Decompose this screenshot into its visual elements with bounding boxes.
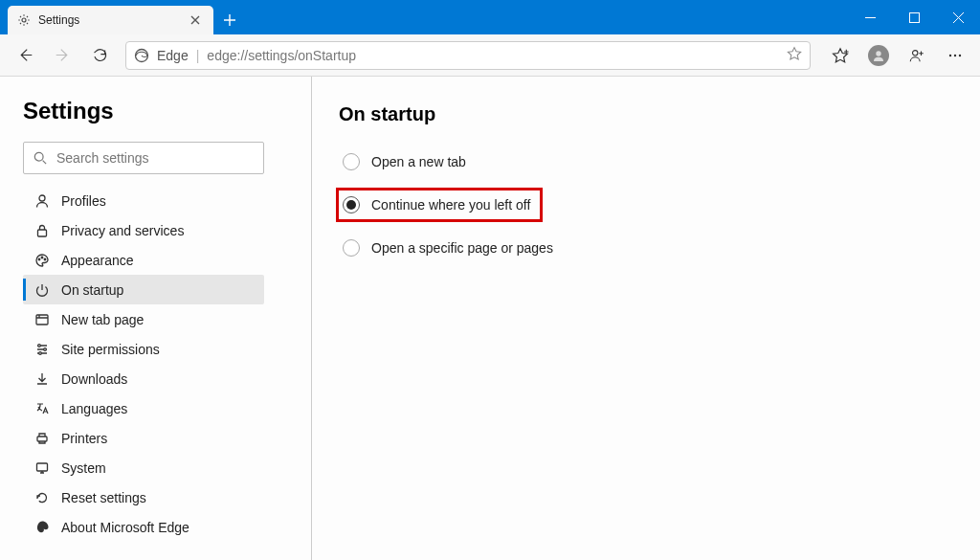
sidebar-item-label: Reset settings [61, 490, 146, 505]
svg-point-16 [44, 347, 47, 350]
sidebar-item-downloads[interactable]: Downloads [23, 364, 264, 393]
sidebar-item-label: On startup [61, 282, 123, 298]
language-icon [34, 401, 50, 416]
avatar-icon [868, 45, 889, 66]
sidebar-item-appearance[interactable]: Appearance [23, 245, 264, 275]
svg-rect-14 [36, 315, 48, 325]
tabstrip: Settings [0, 0, 244, 34]
sidebar-item-printers[interactable]: Printers [23, 423, 264, 453]
favorite-star-icon[interactable] [787, 46, 802, 64]
lock-icon [34, 223, 50, 238]
sidebar-item-label: Downloads [61, 371, 127, 387]
sidebar-item-reset[interactable]: Reset settings [23, 482, 264, 512]
browser-toolbar: Edge | edge://settings/onStartup [0, 34, 980, 77]
address-separator: | [196, 48, 200, 63]
address-bar[interactable]: Edge | edge://settings/onStartup [125, 41, 811, 70]
settings-menu: Profiles Privacy and services Appearance… [23, 186, 264, 542]
sidebar-item-label: New tab page [61, 312, 144, 327]
forward-button[interactable] [45, 38, 79, 73]
svg-point-11 [38, 258, 40, 260]
sidebar-item-profiles[interactable]: Profiles [23, 186, 264, 215]
tab-title: Settings [38, 13, 79, 27]
maximize-button[interactable] [892, 0, 936, 34]
titlebar: Settings [0, 0, 980, 34]
edge-icon [134, 48, 149, 63]
svg-point-9 [39, 195, 45, 201]
palette-icon [34, 253, 50, 268]
sidebar-item-site-permissions[interactable]: Site permissions [23, 334, 264, 364]
tab-close-button[interactable] [187, 11, 204, 29]
tab-icon [34, 312, 50, 327]
guest-button[interactable] [900, 38, 934, 73]
edge-solid-icon [34, 520, 50, 535]
sidebar-item-label: Privacy and services [61, 223, 184, 238]
sidebar-item-on-startup[interactable]: On startup [23, 275, 264, 304]
address-url: edge://settings/onStartup [207, 48, 787, 63]
svg-point-17 [39, 351, 42, 354]
svg-rect-10 [38, 230, 47, 236]
svg-point-5 [949, 54, 951, 56]
settings-sidebar: Settings Search settings Profiles Privac… [0, 77, 312, 560]
radio-specific-pages[interactable]: Open a specific page or pages [339, 233, 953, 263]
radio-icon [343, 239, 360, 257]
new-tab-button[interactable] [215, 6, 244, 34]
sidebar-item-new-tab[interactable]: New tab page [23, 304, 264, 334]
svg-point-6 [954, 54, 956, 56]
tab-settings[interactable]: Settings [8, 6, 213, 34]
sliders-icon [34, 342, 50, 357]
download-icon [34, 371, 50, 387]
svg-rect-18 [37, 437, 47, 441]
svg-point-13 [44, 258, 46, 260]
back-button[interactable] [8, 38, 42, 73]
settings-title: Settings [23, 98, 288, 124]
radio-label: Open a new tab [371, 154, 466, 169]
settings-content: On startup Open a new tab Continue where… [312, 77, 980, 560]
svg-point-0 [22, 18, 26, 22]
main-area: Settings Search settings Profiles Privac… [0, 77, 980, 560]
system-icon [34, 460, 50, 476]
sidebar-item-label: Appearance [61, 253, 134, 268]
radio-icon [343, 153, 360, 170]
power-icon [34, 282, 50, 298]
svg-point-7 [959, 54, 961, 56]
search-placeholder: Search settings [56, 150, 149, 166]
address-protocol-label: Edge [157, 48, 189, 63]
favorites-button[interactable] [823, 38, 858, 73]
svg-point-8 [34, 152, 43, 161]
sidebar-item-label: Site permissions [61, 342, 160, 357]
search-icon [33, 151, 47, 165]
sidebar-item-privacy[interactable]: Privacy and services [23, 215, 264, 245]
sidebar-item-about[interactable]: About Microsoft Edge [23, 512, 264, 542]
radio-open-new-tab[interactable]: Open a new tab [339, 146, 953, 177]
highlighted-option: Continue where you left off [339, 190, 540, 219]
svg-point-3 [876, 51, 880, 56]
sidebar-item-label: Printers [61, 431, 107, 446]
radio-label: Continue where you left off [371, 197, 530, 213]
radio-icon [343, 196, 360, 213]
sidebar-item-label: Profiles [61, 193, 106, 209]
svg-point-4 [913, 50, 918, 55]
refresh-button[interactable] [82, 38, 117, 73]
page-heading: On startup [339, 103, 953, 125]
close-window-button[interactable] [936, 0, 980, 34]
person-icon [34, 193, 50, 209]
window-controls [848, 0, 980, 34]
sidebar-item-languages[interactable]: Languages [23, 393, 264, 423]
sidebar-item-system[interactable]: System [23, 453, 264, 482]
sidebar-item-label: Languages [61, 401, 127, 416]
sidebar-item-label: System [61, 460, 106, 476]
svg-point-12 [41, 257, 43, 258]
more-button[interactable] [938, 38, 972, 73]
svg-point-2 [136, 49, 148, 61]
minimize-button[interactable] [848, 0, 892, 34]
svg-rect-1 [909, 12, 919, 22]
search-input[interactable]: Search settings [23, 142, 264, 174]
svg-rect-19 [37, 463, 48, 471]
radio-continue[interactable]: Continue where you left off [343, 196, 530, 213]
profile-button[interactable] [861, 38, 896, 73]
sidebar-item-label: About Microsoft Edge [61, 520, 189, 535]
svg-point-15 [38, 344, 41, 347]
reset-icon [34, 490, 50, 505]
gear-icon [17, 13, 31, 27]
radio-label: Open a specific page or pages [371, 240, 553, 256]
